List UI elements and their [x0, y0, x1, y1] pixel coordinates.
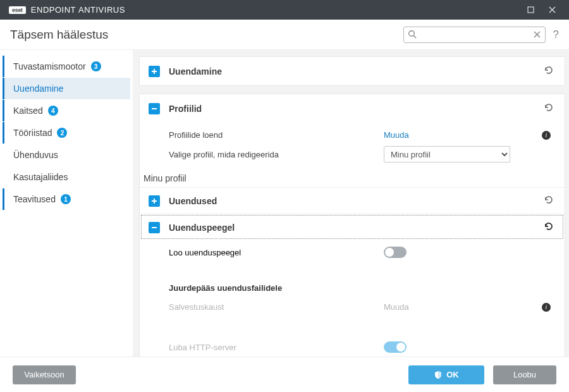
search-field-wrap — [403, 27, 546, 43]
titlebar: eset ENDPOINT ANTIVIRUS — [0, 0, 569, 20]
sidebar-item-label: Tuvastamismootor — [13, 61, 86, 71]
collapse-icon — [149, 103, 160, 114]
sidebar-item-protections[interactable]: Kaitsed 4 — [3, 100, 130, 121]
ok-button[interactable]: OK — [408, 365, 484, 384]
undo-icon[interactable] — [543, 102, 554, 115]
info-icon[interactable]: i — [542, 303, 551, 312]
svg-line-2 — [413, 35, 416, 38]
expand-icon — [149, 66, 160, 77]
sidebar-badge: 1 — [61, 194, 71, 204]
label-storage-folder: Salvestuskaust — [169, 302, 384, 312]
sidebar-badge: 3 — [91, 61, 101, 71]
panel-mirror-header[interactable]: Uuenduspeegel — [140, 214, 565, 240]
toggle-http-server — [384, 341, 407, 353]
link-edit-profile-list[interactable]: Muuda — [384, 130, 409, 140]
sidebar-item-label: Uuendamine — [13, 83, 63, 94]
info-icon[interactable]: i — [542, 131, 551, 140]
label-profile-select: Valige profiil, mida redigeerida — [169, 150, 384, 159]
row-create-mirror: Loo uuenduspeegel — [169, 243, 554, 262]
page-title: Täpsem häälestus — [10, 28, 108, 42]
heading-access-files: Juurdepääs uuendusfailidele — [169, 283, 384, 293]
sidebar-item-label: Teavitused — [13, 194, 56, 204]
panel-title: Uuendamine — [169, 66, 222, 77]
product-name-1: ENDPOINT — [31, 5, 76, 15]
brand-logo: eset — [9, 6, 26, 14]
row-storage-folder: Salvestuskaust Muuda i — [169, 297, 554, 316]
panel-updates-inner-header[interactable]: Uuendused — [140, 187, 565, 214]
panel-update: Uuendamine — [139, 56, 565, 86]
page-header: Täpsem häälestus ? — [0, 20, 569, 50]
undo-icon[interactable] — [543, 221, 554, 234]
sidebar-item-ui[interactable]: Kasutajaliides — [3, 166, 130, 188]
label-http-server: Luba HTTP-server — [169, 343, 384, 352]
cancel-button[interactable]: Loobu — [493, 365, 556, 384]
sidebar-item-tools[interactable]: Tööriistad 2 — [3, 122, 130, 144]
profile-section-title: Minu profiil — [140, 173, 565, 187]
undo-icon[interactable] — [543, 64, 554, 78]
search-clear-icon[interactable] — [533, 30, 541, 41]
sidebar: Tuvastamismootor 3 Uuendamine Kaitsed 4 … — [0, 50, 133, 357]
label-profile-list: Profiilide loend — [169, 130, 384, 140]
shield-icon — [434, 371, 443, 379]
window-maximize-icon[interactable] — [520, 5, 541, 15]
sidebar-item-notifications[interactable]: Teavitused 1 — [3, 188, 130, 210]
panel-title: Uuenduspeegel — [169, 223, 235, 233]
sidebar-item-update[interactable]: Uuendamine — [3, 78, 130, 99]
row-profile-list: Profiilide loend Muuda i — [169, 125, 554, 144]
search-icon — [408, 30, 417, 42]
panel-title: Uuendused — [169, 196, 217, 206]
content-area[interactable]: Uuendamine Profiilid Pro — [133, 50, 569, 357]
defaults-button[interactable]: Vaiketsoon — [13, 365, 76, 384]
sidebar-badge: 2 — [57, 128, 67, 138]
sidebar-item-label: Tööriistad — [13, 128, 52, 138]
collapse-icon — [149, 222, 160, 233]
row-access-heading: Juurdepääs uuendusfailidele — [169, 278, 554, 297]
sidebar-item-label: Kaitsed — [13, 106, 43, 116]
undo-icon[interactable] — [543, 194, 554, 207]
label-create-mirror: Loo uuenduspeegel — [169, 248, 384, 257]
sidebar-badge: 4 — [48, 106, 58, 116]
panel-update-header[interactable]: Uuendamine — [140, 57, 565, 85]
row-profile-select: Valige profiil, mida redigeerida Minu pr… — [169, 144, 554, 164]
svg-rect-0 — [528, 7, 534, 13]
help-button[interactable]: ? — [553, 28, 559, 41]
sidebar-item-connectivity[interactable]: Ühenduvus — [3, 144, 130, 166]
panel-profiles-header[interactable]: Profiilid — [140, 94, 565, 123]
select-profile[interactable]: Minu profiil — [384, 146, 510, 162]
search-input[interactable] — [403, 27, 546, 43]
sidebar-item-label: Kasutajaliides — [13, 172, 68, 182]
panel-profiles: Profiilid Profiilide loend Muuda i Valig… — [139, 94, 565, 357]
sidebar-item-detection-engine[interactable]: Tuvastamismootor 3 — [3, 56, 130, 77]
window-close-icon[interactable] — [541, 5, 563, 15]
product-name-2: ANTIVIRUS — [78, 5, 125, 15]
toggle-create-mirror[interactable] — [384, 247, 407, 258]
footer: Vaiketsoon OK Loobu — [0, 357, 569, 392]
svg-point-1 — [408, 30, 414, 36]
ok-button-label: OK — [446, 370, 459, 379]
panel-title: Profiilid — [169, 104, 202, 114]
row-http-server: Luba HTTP-server — [169, 338, 554, 357]
expand-icon — [149, 195, 160, 207]
sidebar-item-label: Ühenduvus — [13, 150, 58, 160]
link-edit-storage: Muuda — [384, 302, 409, 312]
